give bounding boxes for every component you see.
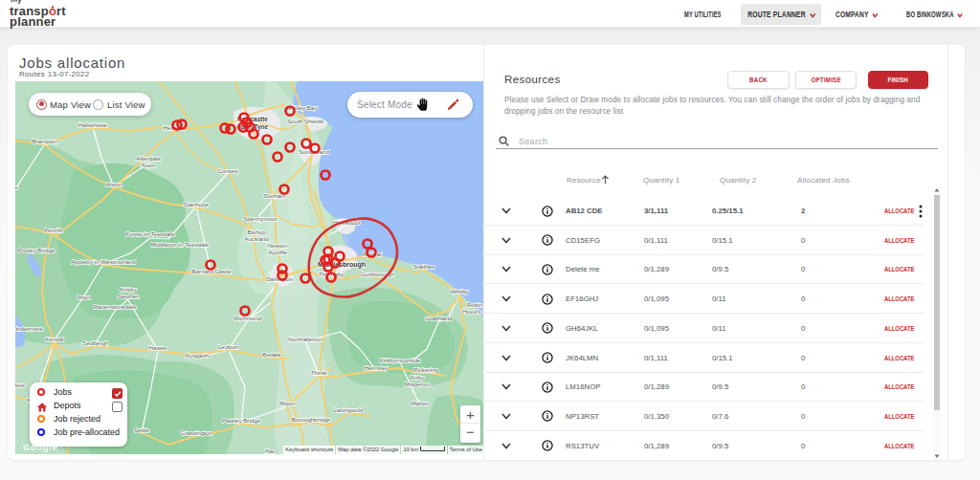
svg-text:Northallerton: Northallerton: [288, 336, 323, 342]
svg-text:Allendale: Allendale: [136, 155, 161, 162]
svg-text:Brampton: Brampton: [33, 138, 58, 144]
svg-text:Bishop: Bishop: [248, 229, 266, 235]
svg-text:Ravenstonedale: Ravenstonedale: [94, 303, 137, 310]
svg-text:Newton: Newton: [268, 242, 289, 249]
svg-text:Hawes: Hawes: [149, 344, 167, 351]
svg-text:Spennymoor: Spennymoor: [243, 215, 277, 222]
svg-text:Kirby: Kirby: [411, 374, 425, 381]
svg-text:Malton: Malton: [412, 400, 430, 406]
svg-text:Penrith: Penrith: [44, 227, 63, 233]
svg-text:Grassington: Grassington: [180, 429, 212, 436]
svg-text:Orton: Orton: [76, 294, 91, 300]
svg-text:Pickering: Pickering: [413, 366, 438, 373]
svg-text:Town: Town: [142, 162, 156, 168]
svg-text:More: More: [15, 382, 26, 388]
svg-text:Middleton-in-Teesdale: Middleton-in-Teesdale: [151, 241, 210, 248]
svg-text:Richmond: Richmond: [234, 315, 261, 321]
svg-text:Whitby: Whitby: [451, 288, 470, 295]
svg-text:Pateley Bridge: Pateley Bridge: [222, 417, 261, 424]
svg-text:Consett: Consett: [217, 167, 238, 174]
svg-text:Kirkby: Kirkby: [120, 286, 137, 293]
svg-text:Misperton: Misperton: [404, 381, 431, 387]
svg-text:Stanhope: Stanhope: [184, 201, 210, 207]
svg-text:Leyburn: Leyburn: [218, 343, 240, 350]
svg-text:Ripon: Ripon: [279, 400, 296, 406]
svg-text:Kendal: Kendal: [45, 336, 63, 342]
svg-text:South Shields: South Shields: [287, 118, 323, 124]
svg-text:Helmsley: Helmsley: [364, 364, 389, 371]
svg-text:Haltwhistle: Haltwhistle: [78, 121, 107, 128]
svg-text:Staithes: Staithes: [413, 263, 434, 270]
svg-text:Bedale: Bedale: [262, 351, 281, 358]
svg-text:Goathland: Goathland: [425, 315, 453, 321]
svg-text:Appleby-in-Westmorland: Appleby-in-Westmorland: [71, 258, 136, 265]
svg-text:Kirkbymoorside: Kirkbymoorside: [380, 357, 421, 363]
svg-text:Lasingwold: Lasingwold: [334, 406, 365, 413]
svg-text:Boroughbridge: Boroughbridge: [292, 416, 331, 423]
svg-text:Sedbergh: Sedbergh: [83, 339, 109, 346]
svg-text:Aycliffe: Aycliffe: [268, 249, 287, 255]
svg-text:Forest-in-Teesdale: Forest-in-Teesdale: [125, 230, 175, 237]
svg-text:Aysgarth: Aysgarth: [186, 352, 210, 359]
svg-text:Settle: Settle: [134, 426, 149, 433]
svg-text:Auckland: Auckland: [244, 235, 269, 242]
svg-text:n-Windermere: n-Windermere: [15, 325, 43, 332]
svg-text:Hood's B: Hood's B: [463, 308, 484, 315]
svg-text:Stephen: Stephen: [117, 293, 140, 299]
svg-text:Thirsk: Thirsk: [311, 369, 328, 376]
svg-text:Pooley Bridge: Pooley Bridge: [18, 247, 56, 253]
svg-text:Har: Har: [265, 447, 275, 454]
svg-text:Alston: Alston: [105, 181, 122, 187]
svg-text:Robin: Robin: [467, 301, 483, 308]
